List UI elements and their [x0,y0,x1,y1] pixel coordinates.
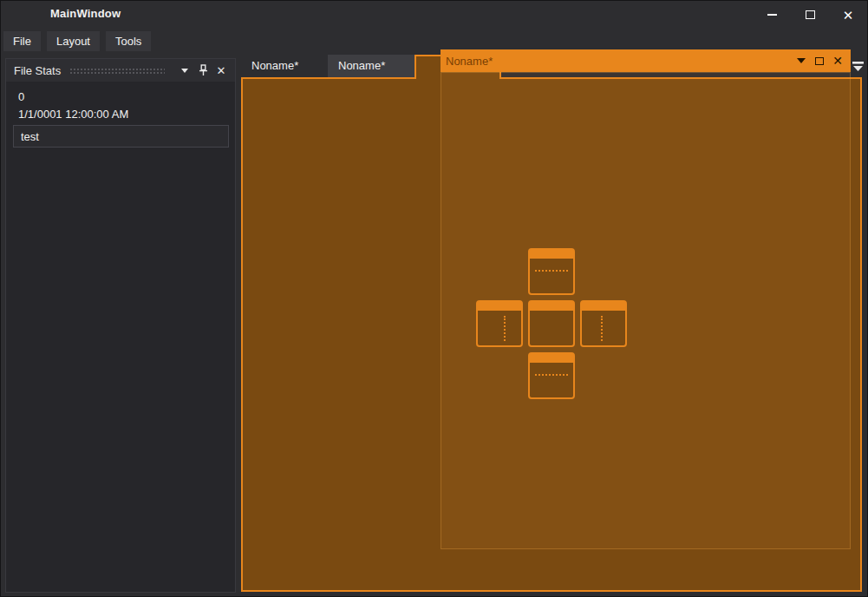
dock-split-line [601,316,603,341]
document-tab-1[interactable]: Noname* [241,55,327,77]
floating-maximize-button[interactable] [812,53,827,69]
tab-list-icon [851,58,865,75]
chevron-down-icon [181,69,188,73]
pin-icon [199,64,208,76]
file-stats-input[interactable] [13,125,229,148]
maximize-icon [806,10,815,19]
floating-window-title: Noname* [446,55,791,68]
window-title: MainWindow [50,7,121,20]
close-icon: ✕ [843,9,854,22]
close-button[interactable]: ✕ [829,1,867,29]
panel-pin-button[interactable] [196,63,210,77]
menu-item-file[interactable]: File [3,31,41,51]
floating-window-titlebar[interactable]: Noname* ✕ [441,49,851,72]
dock-top-indicator[interactable] [528,248,575,295]
dock-split-line [504,316,506,341]
file-stats-title: File Stats [14,64,61,77]
close-icon: ✕ [217,65,226,76]
dock-icon-titlebar [582,302,625,311]
tab-list-dropdown-button[interactable] [851,58,865,75]
dock-icon-titlebar [530,250,573,259]
minimize-icon [767,14,777,16]
maximize-button[interactable] [791,1,829,29]
floating-close-button[interactable]: ✕ [830,53,845,69]
panel-close-button[interactable]: ✕ [214,63,228,77]
dock-split-line [535,374,568,376]
window-controls: ✕ [753,1,867,29]
file-stats-count: 0 [18,90,24,103]
minimize-button[interactable] [753,1,791,29]
dock-bottom-indicator[interactable] [528,352,575,399]
panel-drag-grip[interactable] [69,68,165,75]
window-titlebar: MainWindow ✕ [1,1,867,29]
dock-center-indicator[interactable] [528,300,575,347]
document-tab-2[interactable]: Noname* [328,55,415,77]
floating-menu-button[interactable] [793,53,809,69]
menu-item-tools[interactable]: Tools [106,31,151,51]
dock-right-indicator[interactable] [580,300,627,347]
maximize-icon [815,57,824,65]
dock-icon-titlebar [478,302,521,311]
file-stats-panel: File Stats ✕ 0 1/1/0001 12:00:00 AM [5,58,236,593]
dock-icon-titlebar [530,302,573,311]
main-window: MainWindow ✕ File Layout Tools File Stat… [0,0,868,597]
dock-left-indicator[interactable] [476,300,523,347]
dock-icon-titlebar [530,354,573,363]
chevron-down-icon [797,58,806,63]
panel-menu-button[interactable] [178,63,192,77]
file-stats-header[interactable]: File Stats ✕ [6,59,235,82]
close-icon: ✕ [832,55,843,67]
menu-item-layout[interactable]: Layout [47,31,100,51]
file-stats-timestamp: 1/1/0001 12:00:00 AM [18,108,128,121]
dock-split-line [535,270,568,272]
